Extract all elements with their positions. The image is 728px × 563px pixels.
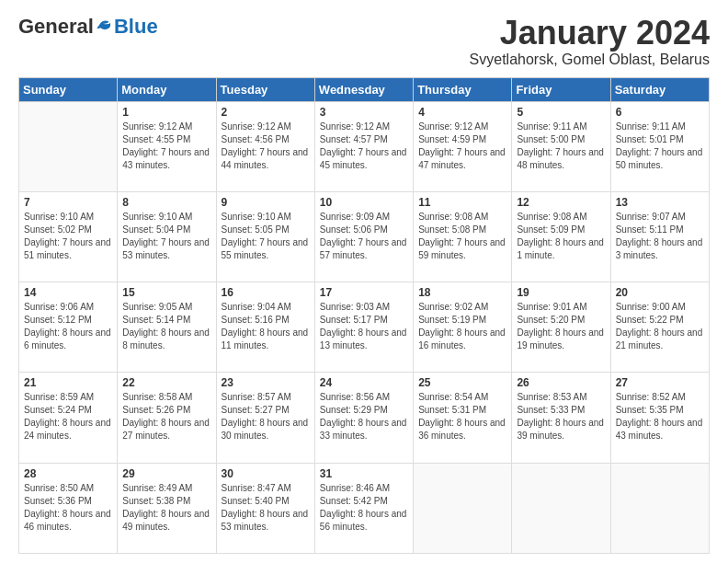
cell-info: Sunrise: 8:49 AMSunset: 5:38 PMDaylight:…: [122, 482, 210, 534]
cell-info: Sunrise: 8:53 AMSunset: 5:33 PMDaylight:…: [517, 391, 605, 442]
logo: General Blue: [18, 15, 158, 39]
cell-info: Sunrise: 8:52 AMSunset: 5:35 PMDaylight:…: [616, 391, 704, 442]
week-row-4: 28Sunrise: 8:50 AMSunset: 5:36 PMDayligh…: [19, 463, 710, 553]
weekday-header-row: SundayMondayTuesdayWednesdayThursdayFrid…: [19, 77, 710, 101]
cell-info: Sunrise: 9:10 AMSunset: 5:02 PMDaylight:…: [24, 211, 112, 262]
cell-date: 23: [222, 376, 310, 389]
calendar-cell: [19, 101, 118, 191]
cell-info: Sunrise: 9:10 AMSunset: 5:04 PMDaylight:…: [122, 211, 210, 262]
cell-info: Sunrise: 9:01 AMSunset: 5:20 PMDaylight:…: [517, 301, 605, 352]
cell-info: Sunrise: 9:12 AMSunset: 4:55 PMDaylight:…: [122, 121, 210, 172]
cell-info: Sunrise: 8:56 AMSunset: 5:29 PMDaylight:…: [320, 391, 408, 442]
calendar-cell: 17Sunrise: 9:03 AMSunset: 5:17 PMDayligh…: [314, 282, 413, 373]
cell-info: Sunrise: 9:00 AMSunset: 5:22 PMDaylight:…: [616, 301, 704, 352]
week-row-3: 21Sunrise: 8:59 AMSunset: 5:24 PMDayligh…: [19, 373, 710, 463]
cell-date: 26: [517, 376, 605, 389]
weekday-header-saturday: Saturday: [610, 77, 709, 101]
cell-info: Sunrise: 8:46 AMSunset: 5:42 PMDaylight:…: [320, 482, 408, 534]
cell-date: 18: [418, 286, 506, 299]
weekday-header-thursday: Thursday: [414, 77, 512, 101]
weekday-header-sunday: Sunday: [19, 77, 118, 101]
cell-date: 5: [517, 106, 605, 119]
cell-date: 25: [418, 376, 506, 389]
cell-info: Sunrise: 9:11 AMSunset: 5:01 PMDaylight:…: [616, 121, 704, 172]
calendar-cell: 8Sunrise: 9:10 AMSunset: 5:04 PMDaylight…: [118, 191, 216, 282]
cell-info: Sunrise: 9:11 AMSunset: 5:00 PMDaylight:…: [517, 121, 605, 172]
calendar-cell: 9Sunrise: 9:10 AMSunset: 5:05 PMDaylight…: [216, 191, 314, 282]
calendar-cell: 14Sunrise: 9:06 AMSunset: 5:12 PMDayligh…: [19, 282, 118, 373]
calendar-cell: 30Sunrise: 8:47 AMSunset: 5:40 PMDayligh…: [216, 463, 314, 553]
cell-info: Sunrise: 9:06 AMSunset: 5:12 PMDaylight:…: [24, 301, 112, 352]
cell-date: 24: [320, 376, 408, 389]
header: General Blue January 2024 Svyetlahorsk, …: [18, 15, 710, 68]
calendar-cell: 27Sunrise: 8:52 AMSunset: 5:35 PMDayligh…: [610, 373, 709, 463]
cell-date: 31: [320, 467, 408, 480]
title-block: January 2024 Svyetlahorsk, Gomel Oblast,…: [470, 15, 710, 68]
cell-info: Sunrise: 8:57 AMSunset: 5:27 PMDaylight:…: [222, 391, 310, 442]
cell-date: 10: [320, 196, 408, 209]
week-row-0: 1Sunrise: 9:12 AMSunset: 4:55 PMDaylight…: [19, 101, 710, 191]
weekday-header-monday: Monday: [118, 77, 216, 101]
calendar-cell: 5Sunrise: 9:11 AMSunset: 5:00 PMDaylight…: [512, 101, 610, 191]
cell-info: Sunrise: 9:07 AMSunset: 5:11 PMDaylight:…: [616, 211, 704, 262]
cell-date: 2: [222, 106, 310, 119]
cell-date: 11: [418, 196, 506, 209]
calendar-cell: 31Sunrise: 8:46 AMSunset: 5:42 PMDayligh…: [314, 463, 413, 553]
calendar-cell: 19Sunrise: 9:01 AMSunset: 5:20 PMDayligh…: [512, 282, 610, 373]
cell-info: Sunrise: 9:10 AMSunset: 5:05 PMDaylight:…: [222, 211, 310, 262]
cell-date: 1: [122, 106, 210, 119]
cell-info: Sunrise: 9:02 AMSunset: 5:19 PMDaylight:…: [418, 301, 506, 352]
calendar-cell: [610, 463, 709, 553]
week-row-1: 7Sunrise: 9:10 AMSunset: 5:02 PMDaylight…: [19, 191, 710, 282]
cell-info: Sunrise: 8:54 AMSunset: 5:31 PMDaylight:…: [418, 391, 506, 442]
weekday-header-tuesday: Tuesday: [216, 77, 314, 101]
logo-blue-text: Blue: [114, 15, 158, 39]
cell-date: 12: [517, 196, 605, 209]
cell-info: Sunrise: 8:59 AMSunset: 5:24 PMDaylight:…: [24, 391, 112, 442]
calendar-cell: [414, 463, 512, 553]
cell-date: 7: [24, 196, 112, 209]
cell-date: 8: [122, 196, 210, 209]
calendar-cell: 3Sunrise: 9:12 AMSunset: 4:57 PMDaylight…: [314, 101, 413, 191]
cell-info: Sunrise: 8:47 AMSunset: 5:40 PMDaylight:…: [222, 482, 310, 534]
cell-date: 13: [616, 196, 704, 209]
cell-date: 29: [122, 467, 210, 480]
calendar-cell: 26Sunrise: 8:53 AMSunset: 5:33 PMDayligh…: [512, 373, 610, 463]
cell-info: Sunrise: 9:04 AMSunset: 5:16 PMDaylight:…: [222, 301, 310, 352]
page: General Blue January 2024 Svyetlahorsk, …: [0, 0, 728, 563]
week-row-2: 14Sunrise: 9:06 AMSunset: 5:12 PMDayligh…: [19, 282, 710, 373]
cell-info: Sunrise: 9:12 AMSunset: 4:57 PMDaylight:…: [320, 121, 408, 172]
calendar-cell: [512, 463, 610, 553]
cell-info: Sunrise: 9:03 AMSunset: 5:17 PMDaylight:…: [320, 301, 408, 352]
calendar-cell: 25Sunrise: 8:54 AMSunset: 5:31 PMDayligh…: [414, 373, 512, 463]
cell-info: Sunrise: 9:08 AMSunset: 5:08 PMDaylight:…: [418, 211, 506, 262]
calendar-cell: 21Sunrise: 8:59 AMSunset: 5:24 PMDayligh…: [19, 373, 118, 463]
cell-date: 17: [320, 286, 408, 299]
calendar-cell: 23Sunrise: 8:57 AMSunset: 5:27 PMDayligh…: [216, 373, 314, 463]
calendar-cell: 16Sunrise: 9:04 AMSunset: 5:16 PMDayligh…: [216, 282, 314, 373]
calendar-cell: 15Sunrise: 9:05 AMSunset: 5:14 PMDayligh…: [118, 282, 216, 373]
calendar-cell: 18Sunrise: 9:02 AMSunset: 5:19 PMDayligh…: [414, 282, 512, 373]
weekday-header-friday: Friday: [512, 77, 610, 101]
cell-date: 3: [320, 106, 408, 119]
cell-date: 16: [222, 286, 310, 299]
cell-info: Sunrise: 8:58 AMSunset: 5:26 PMDaylight:…: [122, 391, 210, 442]
cell-date: 4: [418, 106, 506, 119]
logo-bird-icon: [96, 17, 114, 36]
calendar-subtitle: Svyetlahorsk, Gomel Oblast, Belarus: [470, 52, 710, 68]
cell-date: 6: [616, 106, 704, 119]
calendar-cell: 12Sunrise: 9:08 AMSunset: 5:09 PMDayligh…: [512, 191, 610, 282]
calendar-cell: 20Sunrise: 9:00 AMSunset: 5:22 PMDayligh…: [610, 282, 709, 373]
cell-info: Sunrise: 9:08 AMSunset: 5:09 PMDaylight:…: [517, 211, 605, 262]
weekday-header-wednesday: Wednesday: [314, 77, 413, 101]
calendar-cell: 24Sunrise: 8:56 AMSunset: 5:29 PMDayligh…: [314, 373, 413, 463]
calendar-cell: 28Sunrise: 8:50 AMSunset: 5:36 PMDayligh…: [19, 463, 118, 553]
cell-date: 22: [122, 376, 210, 389]
cell-date: 19: [517, 286, 605, 299]
cell-date: 20: [616, 286, 704, 299]
calendar-cell: 10Sunrise: 9:09 AMSunset: 5:06 PMDayligh…: [314, 191, 413, 282]
cell-date: 14: [24, 286, 112, 299]
cell-date: 28: [24, 467, 112, 480]
cell-info: Sunrise: 9:12 AMSunset: 4:59 PMDaylight:…: [418, 121, 506, 172]
calendar-cell: 2Sunrise: 9:12 AMSunset: 4:56 PMDaylight…: [216, 101, 314, 191]
